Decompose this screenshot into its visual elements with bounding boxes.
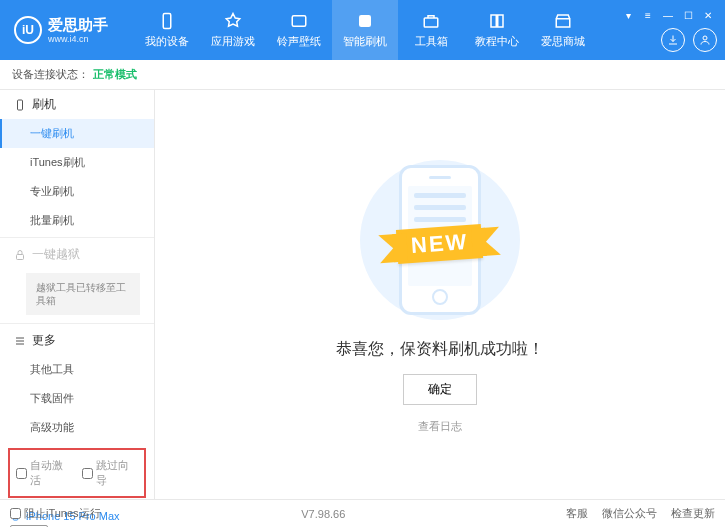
image-icon	[289, 11, 309, 31]
nav-apps[interactable]: 应用游戏	[200, 0, 266, 60]
nav-my-device[interactable]: 我的设备	[134, 0, 200, 60]
store-icon	[553, 11, 573, 31]
minimize-icon[interactable]: —	[659, 8, 677, 22]
user-button[interactable]	[693, 28, 717, 52]
svg-rect-1	[292, 16, 306, 27]
window-controls: ▾ ≡ — ☐ ✕	[619, 8, 717, 22]
book-icon	[487, 11, 507, 31]
ok-button[interactable]: 确定	[403, 374, 477, 405]
nav-toolbox[interactable]: 工具箱	[398, 0, 464, 60]
success-illustration: NEW	[335, 155, 545, 325]
checkbox-block-itunes[interactable]: 阻止iTunes运行	[10, 506, 101, 521]
toolbox-icon	[421, 11, 441, 31]
sidebar-item-itunes-flash[interactable]: iTunes刷机	[0, 148, 154, 177]
menu-icon[interactable]: ▾	[619, 8, 637, 22]
footer-link-wechat[interactable]: 微信公众号	[602, 506, 657, 521]
close-icon[interactable]: ✕	[699, 8, 717, 22]
svg-rect-5	[18, 100, 23, 110]
sidebar-item-pro-flash[interactable]: 专业刷机	[0, 177, 154, 206]
status-label: 设备连接状态：	[12, 67, 89, 82]
checkbox-auto-activate[interactable]: 自动激活	[16, 458, 72, 488]
device-icon	[157, 11, 177, 31]
success-message: 恭喜您，保资料刷机成功啦！	[336, 339, 544, 360]
sidebar-item-download-firmware[interactable]: 下载固件	[0, 384, 154, 413]
svg-rect-2	[359, 15, 371, 27]
options-highlight-box: 自动激活 跳过向导	[8, 448, 146, 498]
sidebar-item-oneclick-flash[interactable]: 一键刷机	[0, 119, 154, 148]
sidebar-item-advanced[interactable]: 高级功能	[0, 413, 154, 442]
status-mode: 正常模式	[93, 67, 137, 82]
brand-title: 爱思助手	[48, 16, 108, 34]
nav-ringtones[interactable]: 铃声壁纸	[266, 0, 332, 60]
sidebar: 刷机 一键刷机 iTunes刷机 专业刷机 批量刷机 一键越狱 越狱工具已转移至…	[0, 90, 155, 499]
svg-point-4	[703, 36, 707, 40]
lock-icon	[14, 249, 26, 261]
checkbox-skip-guide[interactable]: 跳过向导	[82, 458, 138, 488]
svg-rect-0	[163, 14, 171, 29]
footer-link-update[interactable]: 检查更新	[671, 506, 715, 521]
status-bar: 设备连接状态： 正常模式	[0, 60, 725, 90]
main-content: NEW 恭喜您，保资料刷机成功啦！ 确定 查看日志	[155, 90, 725, 499]
download-button[interactable]	[661, 28, 685, 52]
logo-icon: iU	[14, 16, 42, 44]
sidebar-item-other-tools[interactable]: 其他工具	[0, 355, 154, 384]
settings-icon[interactable]: ≡	[639, 8, 657, 22]
jailbreak-note: 越狱工具已转移至工具箱	[26, 273, 140, 315]
app-header: iU 爱思助手 www.i4.cn 我的设备 应用游戏 铃声壁纸 智能刷机 工具…	[0, 0, 725, 60]
sidebar-item-batch-flash[interactable]: 批量刷机	[0, 206, 154, 235]
list-icon	[14, 335, 26, 347]
brand-url: www.i4.cn	[48, 34, 108, 45]
phone-icon	[14, 99, 26, 111]
nav-flash[interactable]: 智能刷机	[332, 0, 398, 60]
version-label: V7.98.66	[301, 508, 345, 520]
sidebar-section-more[interactable]: 更多	[0, 326, 154, 355]
apps-icon	[223, 11, 243, 31]
footer-link-support[interactable]: 客服	[566, 506, 588, 521]
maximize-icon[interactable]: ☐	[679, 8, 697, 22]
logo: iU 爱思助手 www.i4.cn	[14, 16, 108, 45]
nav-store[interactable]: 爱思商城	[530, 0, 596, 60]
svg-rect-6	[17, 254, 24, 259]
svg-rect-3	[424, 18, 438, 27]
flash-icon	[355, 11, 375, 31]
sidebar-section-flash[interactable]: 刷机	[0, 90, 154, 119]
view-log-link[interactable]: 查看日志	[418, 419, 462, 434]
top-nav: 我的设备 应用游戏 铃声壁纸 智能刷机 工具箱 教程中心 爱思商城	[134, 0, 596, 60]
sidebar-section-jailbreak: 一键越狱	[0, 240, 154, 269]
nav-tutorials[interactable]: 教程中心	[464, 0, 530, 60]
new-ribbon: NEW	[396, 224, 483, 264]
